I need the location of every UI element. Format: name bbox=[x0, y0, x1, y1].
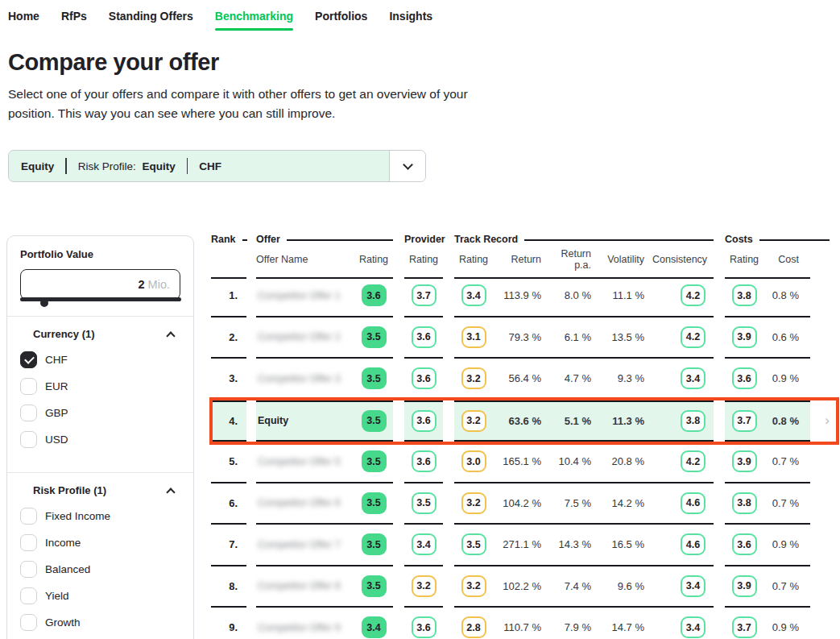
provider-cell: 3.5 bbox=[404, 483, 443, 525]
rating-badge: 3.5 bbox=[362, 575, 387, 597]
provider-cell: 3.6 bbox=[404, 400, 443, 442]
checkbox-label: CHF bbox=[45, 354, 68, 366]
offer-cell: Competitor Offer 33.5 bbox=[256, 359, 393, 400]
return-value: 110.7 % bbox=[493, 621, 549, 633]
offer-selector-summary: Equity Risk Profile: Equity CHF bbox=[9, 151, 389, 181]
table-row[interactable]: 3.Competitor Offer 33.53.63.256.4 %4.7 %… bbox=[211, 359, 830, 400]
return-value: 102.2 % bbox=[493, 580, 549, 592]
checkbox-option-gbp[interactable]: GBP bbox=[7, 400, 193, 426]
rating-badge: 3.4 bbox=[681, 367, 706, 389]
checkbox-label: GBP bbox=[45, 407, 68, 419]
checkbox-option-income[interactable]: Income bbox=[7, 529, 193, 556]
track-record-cell: 3.0165.1 %10.4 %20.8 %4.2 bbox=[454, 442, 714, 483]
checkbox-icon bbox=[20, 614, 37, 631]
checkbox-option-fixed-income[interactable]: Fixed Income bbox=[7, 503, 193, 529]
provider-cell: 3.6 bbox=[404, 442, 443, 483]
portfolio-value-slider-handle[interactable] bbox=[40, 299, 48, 307]
costs-cell: 3.90.7 % bbox=[725, 442, 810, 483]
nav-item-portfolios[interactable]: Portfolios bbox=[315, 10, 367, 31]
rating-badge: 3.7 bbox=[732, 410, 757, 432]
offer-name: Competitor Offer 5 bbox=[256, 456, 354, 467]
return-value: 271.1 % bbox=[493, 538, 549, 550]
nav-item-benchmarking[interactable]: Benchmarking bbox=[215, 10, 293, 31]
table-row[interactable]: 5.Competitor Offer 53.53.63.0165.1 %10.4… bbox=[211, 442, 830, 483]
track-record-cell: 3.4113.9 %8.0 %11.1 %4.2 bbox=[454, 276, 714, 317]
volatility-value: 9.3 % bbox=[599, 372, 652, 384]
checkbox-option-balanced[interactable]: Balanced bbox=[7, 556, 193, 583]
filter-section-header[interactable]: Risk Profile (1) bbox=[7, 484, 193, 496]
filters-sidebar: Portfolio Value 2 Mio. Currency (1)CHFEU… bbox=[6, 235, 194, 639]
table-row[interactable]: 2.Competitor Offer 23.53.63.179.3 %6.1 %… bbox=[211, 317, 830, 359]
track-record-cell: 3.2104.2 %7.5 %14.2 %4.6 bbox=[454, 483, 714, 525]
risk-profile-summary: Risk Profile: Equity bbox=[78, 160, 176, 172]
nav-item-standing-offers[interactable]: Standing Offers bbox=[109, 10, 193, 31]
rank-cell: 3. bbox=[211, 359, 246, 400]
dropdown-toggle[interactable] bbox=[389, 151, 425, 181]
provider-cell: 3.6 bbox=[404, 317, 443, 359]
offer-name: Competitor Offer 6 bbox=[256, 497, 354, 508]
rating-badge: 3.6 bbox=[732, 533, 757, 555]
volatility-value: 16.5 % bbox=[599, 538, 652, 550]
track-record-cell: 3.256.4 %4.7 %9.3 %3.4 bbox=[454, 359, 714, 400]
table-row[interactable]: 8.Competitor Offer 83.53.23.2102.2 %7.4 … bbox=[211, 566, 830, 608]
checkbox-label: Growth bbox=[45, 616, 81, 629]
return-pa-value: 7.4 % bbox=[549, 580, 599, 592]
rank-cell: 6. bbox=[211, 483, 246, 525]
rating-badge: 3.9 bbox=[732, 575, 757, 597]
table-row-own-offer[interactable]: 4.Equity3.53.63.263.6 %5.1 %11.3 %3.83.7… bbox=[211, 400, 830, 442]
offer-name: Equity bbox=[256, 415, 354, 426]
volatility-value: 9.6 % bbox=[599, 580, 652, 592]
cost-value: 0.9 % bbox=[763, 372, 810, 384]
checkbox-icon bbox=[20, 587, 37, 604]
checkbox-option-chf[interactable]: CHF bbox=[7, 346, 193, 373]
table-row[interactable]: 6.Competitor Offer 63.53.53.2104.2 %7.5 … bbox=[211, 483, 830, 525]
rating-badge: 3.4 bbox=[681, 616, 706, 638]
nav-item-home[interactable]: Home bbox=[8, 10, 39, 31]
checkbox-option-growth[interactable]: Growth bbox=[7, 609, 193, 636]
rating-badge: 4.2 bbox=[681, 450, 706, 472]
portfolio-value-input[interactable]: 2 Mio. bbox=[20, 269, 180, 300]
checkbox-label: Fixed Income bbox=[45, 510, 110, 522]
checkbox-option-eur[interactable]: EUR bbox=[7, 373, 193, 400]
return-pa-value: 4.7 % bbox=[549, 372, 599, 384]
rating-badge: 4.6 bbox=[681, 492, 706, 514]
comparison-table: Rank Offer Provider Track Record Costs O… bbox=[211, 230, 830, 639]
rating-badge: 3.5 bbox=[362, 367, 387, 389]
rating-badge: 4.6 bbox=[681, 533, 706, 555]
rating-badge: 3.8 bbox=[681, 410, 706, 432]
portfolio-value-text: 2 Mio. bbox=[138, 278, 170, 291]
rating-badge: 3.2 bbox=[461, 410, 486, 432]
selected-offer: Equity bbox=[21, 160, 54, 172]
checkbox-option-equity[interactable]: Equity bbox=[7, 636, 193, 639]
checkbox-label: USD bbox=[45, 434, 68, 446]
cost-value: 0.9 % bbox=[763, 538, 810, 550]
nav-item-insights[interactable]: Insights bbox=[389, 10, 432, 31]
offer-cell: Competitor Offer 83.5 bbox=[256, 566, 393, 608]
row-chevron-right-icon bbox=[810, 608, 830, 639]
volatility-value: 13.5 % bbox=[599, 331, 652, 343]
rating-badge: 3.5 bbox=[362, 492, 387, 514]
offer-name: Competitor Offer 8 bbox=[256, 580, 354, 591]
divider bbox=[187, 158, 188, 174]
rating-badge: 3.4 bbox=[362, 616, 387, 638]
return-pa-value: 5.1 % bbox=[549, 415, 599, 427]
rating-badge: 3.5 bbox=[412, 492, 437, 514]
provider-cell: 3.6 bbox=[404, 608, 443, 639]
table-row[interactable]: 7.Competitor Offer 73.53.43.5271.1 %14.3… bbox=[211, 525, 830, 566]
cost-value: 0.9 % bbox=[763, 621, 810, 633]
row-chevron-right-icon bbox=[810, 359, 830, 400]
rating-badge: 3.2 bbox=[461, 575, 486, 597]
offer-selector-dropdown[interactable]: Equity Risk Profile: Equity CHF bbox=[8, 150, 426, 182]
checkbox-option-yield[interactable]: Yield bbox=[7, 583, 193, 609]
nav-item-rfps[interactable]: RfPs bbox=[61, 10, 87, 31]
table-row[interactable]: 1.Competitor Offer 13.63.73.4113.9 %8.0 … bbox=[211, 276, 830, 317]
offer-name: Competitor Offer 2 bbox=[256, 331, 354, 342]
return-value: 104.2 % bbox=[493, 497, 549, 509]
table-group-header-row: Rank Offer Provider Track Record Costs bbox=[211, 230, 830, 248]
table-row[interactable]: 9.Competitor Offer 93.43.62.8110.7 %7.9 … bbox=[211, 608, 830, 639]
track-record-cell: 3.179.3 %6.1 %13.5 %4.2 bbox=[454, 317, 714, 359]
return-pa-value: 6.1 % bbox=[549, 331, 599, 343]
filter-section-header[interactable]: Currency (1) bbox=[7, 328, 193, 340]
checkbox-option-usd[interactable]: USD bbox=[7, 426, 193, 453]
return-value: 165.1 % bbox=[493, 455, 549, 467]
